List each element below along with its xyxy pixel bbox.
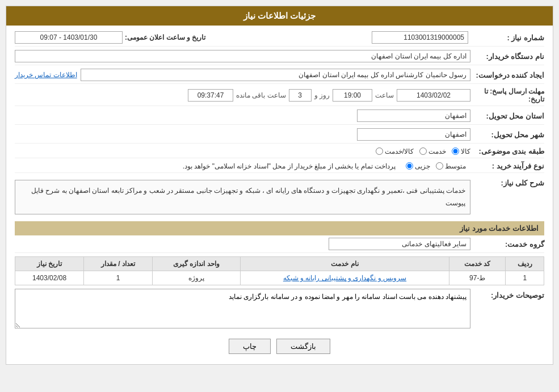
need-number-value: 1103001319000005 — [372, 31, 468, 44]
deadline-time: 19:00 — [333, 89, 372, 102]
col-row-num: ردیف — [506, 257, 544, 271]
col-quantity: تعداد / مقدار — [84, 257, 153, 271]
city-value: اصفهان — [357, 128, 470, 141]
cell-quantity: 1 — [84, 271, 153, 285]
buyer-desc-textarea[interactable] — [15, 289, 470, 328]
province-label: استان محل تحویل: — [470, 112, 544, 120]
purchase-motavaset-radio[interactable] — [436, 162, 443, 170]
col-service-code: کد خدمت — [449, 257, 506, 271]
page-title: جزئیات اطلاعات نیاز — [6, 6, 553, 26]
org-name-value: اداره کل بیمه ایران استان اصفهان — [15, 50, 470, 62]
services-section-title: اطلاعات خدمات مورد نیاز — [15, 221, 544, 235]
back-button[interactable]: بازگشت — [276, 339, 330, 354]
table-row: 1ط-97سرویس و نگهداری و پشتیبانی رایانه و… — [15, 271, 544, 285]
province-value: اصفهان — [357, 109, 470, 122]
col-date: تاریخ نیاز — [15, 257, 84, 271]
deadline-days-label: روز و — [314, 91, 330, 99]
creator-label: ایجاد کننده درخواست: — [470, 71, 544, 79]
purchase-motavaset-label: متوسط — [445, 162, 466, 170]
purchase-jozii-radio[interactable] — [406, 162, 413, 170]
category-kala-khedmat-radio[interactable] — [376, 147, 383, 155]
col-service-name: نام خدمت — [240, 257, 449, 271]
category-kala-radio[interactable] — [452, 147, 459, 155]
announce-date-value: 1403/01/30 - 09:07 — [15, 31, 123, 44]
org-name-label: نام دستگاه خریدار: — [470, 52, 544, 61]
purchase-jozii-label: جزیی — [415, 162, 430, 170]
buyer-desc-label: توصیحات خریدار: — [470, 289, 544, 300]
category-khedmat-radio[interactable] — [419, 147, 427, 155]
deadline-days: 3 — [289, 89, 312, 102]
deadline-time-label: ساعت — [375, 91, 394, 99]
service-group-label: گروه خدمت: — [470, 240, 544, 248]
purchase-note: پرداخت تمام یا بخشی از مبلغ خریدار از مح… — [183, 162, 396, 170]
deadline-label: مهلت ارسال پاسخ: تا تاریخ: — [470, 87, 544, 103]
purchase-type-label: نوع فرآیند خرید : — [470, 162, 544, 170]
cell-service-code: ط-97 — [449, 271, 506, 285]
deadline-date: 1403/02/02 — [397, 89, 470, 102]
need-number-label: شماره نیاز : — [470, 33, 544, 42]
description-label: شرح کلی نیاز: — [470, 176, 544, 187]
city-label: شهر محل تحویل: — [470, 130, 544, 139]
col-unit: واحد اندازه گیری — [153, 257, 241, 271]
deadline-remain-label: ساعت باقی مانده — [236, 91, 286, 99]
category-label: طبقه بندی موضوعی: — [470, 147, 544, 155]
cell-unit: پروژه — [153, 271, 241, 285]
announce-date-label: تاریخ و ساعت اعلان عمومی: — [125, 33, 205, 41]
service-group-value: سایر فعالیتهای خدماتی — [329, 238, 470, 250]
creator-contact-link[interactable]: اطلاعات تماس خریدار — [15, 71, 77, 79]
creator-value: رسول حاتمیان کارشناس اداره کل بیمه ایران… — [81, 69, 470, 81]
deadline-remain: 09:37:47 — [188, 89, 233, 102]
services-table: ردیف کد خدمت نام خدمت واحد اندازه گیری ت… — [15, 256, 544, 285]
category-kala-khedmat-label: کالا/خدمت — [385, 147, 414, 155]
print-button[interactable]: چاپ — [229, 339, 271, 354]
cell-service-name[interactable]: سرویس و نگهداری و پشتیبانی رایانه و شبکه — [240, 271, 449, 285]
cell-date: 1403/02/08 — [15, 271, 84, 285]
description-value: خدمات پشتیبانی فنی ،تعمیر و نگهداری تجهی… — [15, 180, 470, 214]
category-kala-label: کالا — [461, 147, 470, 155]
category-khedmat-label: خدمت — [428, 147, 446, 155]
cell-row-num: 1 — [506, 271, 544, 285]
